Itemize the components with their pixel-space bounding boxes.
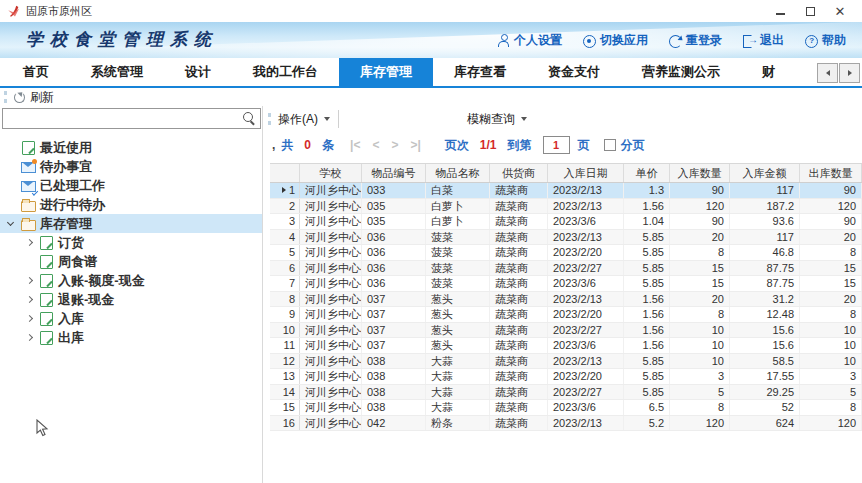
tree-item-库存管理[interactable]: 库存管理 bbox=[0, 214, 262, 233]
cell-入库数量: 90 bbox=[670, 214, 730, 229]
tab-资金支付[interactable]: 资金支付 bbox=[527, 58, 621, 86]
cell-入库数量: 90 bbox=[670, 183, 730, 198]
fuzzy-query-dropdown[interactable]: 模糊查询 bbox=[467, 111, 527, 128]
table-row[interactable]: 8河川乡中心小学037葱头蔬菜商2023/2/131.562031.220 bbox=[270, 292, 862, 308]
table-body: 1河川乡中心小学033白菜蔬菜商2023/2/131.390117902河川乡中… bbox=[270, 183, 862, 431]
tab-财[interactable]: 财 bbox=[741, 58, 796, 86]
operation-dropdown[interactable]: 操作(A) bbox=[278, 111, 330, 128]
table-row[interactable]: 3河川乡中心小学035白萝卜蔬菜商2023/3/61.049093.690 bbox=[270, 214, 862, 230]
tab-系统管理[interactable]: 系统管理 bbox=[70, 58, 164, 86]
cell-单价: 1.56 bbox=[624, 323, 670, 338]
row-number: 6 bbox=[289, 262, 295, 274]
column-header-入库日期[interactable]: 入库日期 bbox=[548, 164, 624, 182]
tree-item-入账-额度-现金[interactable]: 入账-额度-现金 bbox=[0, 271, 262, 290]
table-row[interactable]: 15河川乡中心小学038大蒜蔬菜商2023/3/66.58528 bbox=[270, 400, 862, 416]
tree-item-最近使用[interactable]: 最近使用 bbox=[0, 138, 262, 157]
table-row[interactable]: 6河川乡中心小学036菠菜蔬菜商2023/2/275.851587.7515 bbox=[270, 261, 862, 277]
maximize-button[interactable] bbox=[795, 1, 825, 21]
search-input[interactable] bbox=[3, 112, 243, 126]
close-button[interactable]: ✕ bbox=[825, 1, 855, 21]
table-row[interactable]: 5河川乡中心小学036菠菜蔬菜商2023/2/205.85846.88 bbox=[270, 245, 862, 261]
table-row[interactable]: 7河川乡中心小学036菠菜蔬菜商2023/3/65.851587.7515 bbox=[270, 276, 862, 292]
tree-item-label: 退账-现金 bbox=[58, 291, 114, 309]
row-number: 16 bbox=[283, 417, 295, 429]
tab-scroll-left-button[interactable] bbox=[817, 63, 838, 83]
tree-item-订货[interactable]: 订货 bbox=[0, 233, 262, 252]
cell-物品名称: 大蒜 bbox=[426, 400, 490, 415]
cell-学校: 河川乡中心小学 bbox=[300, 183, 362, 198]
table-row[interactable]: 4河川乡中心小学036菠菜蔬菜商2023/2/135.852011720 bbox=[270, 230, 862, 246]
column-header-单价[interactable]: 单价 bbox=[624, 164, 670, 182]
table-row[interactable]: 14河川乡中心小学038大蒜蔬菜商2023/2/275.85529.255 bbox=[270, 385, 862, 401]
cell-单价: 6.5 bbox=[624, 400, 670, 415]
tree-item-待办事宜[interactable]: 待办事宜 bbox=[0, 157, 262, 176]
pager-nav: |<<>>| bbox=[350, 138, 433, 152]
app-header: 学校食堂管理系统 个人设置切换应用重登录退出帮助 bbox=[0, 22, 862, 58]
chevron-right-icon[interactable] bbox=[24, 294, 36, 306]
refresh-button[interactable]: 刷新 bbox=[14, 89, 54, 106]
last-page-button[interactable]: >| bbox=[410, 138, 420, 152]
table-row[interactable]: 1河川乡中心小学033白菜蔬菜商2023/2/131.39011790 bbox=[270, 183, 862, 199]
tree-item-已处理工作[interactable]: 已处理工作 bbox=[0, 176, 262, 195]
tab-库存查看[interactable]: 库存查看 bbox=[433, 58, 527, 86]
chevron-right-icon[interactable] bbox=[24, 332, 36, 344]
column-header-入库数量[interactable]: 入库数量 bbox=[670, 164, 730, 182]
tree-item-出库[interactable]: 出库 bbox=[0, 328, 262, 347]
tab-库存管理[interactable]: 库存管理 bbox=[339, 58, 433, 86]
tab-scroll-right-button[interactable] bbox=[839, 63, 860, 83]
tree-item-周食谱[interactable]: 周食谱 bbox=[0, 252, 262, 271]
table-row[interactable]: 12河川乡中心小学038大蒜蔬菜商2023/2/135.851058.510 bbox=[270, 354, 862, 370]
chevron-right-icon[interactable] bbox=[24, 313, 36, 325]
doc-edit-icon bbox=[39, 312, 53, 325]
column-header-出库数量[interactable]: 出库数量 bbox=[800, 164, 862, 182]
search-icon[interactable] bbox=[243, 112, 256, 125]
tab-我的工作台[interactable]: 我的工作台 bbox=[232, 58, 339, 86]
table-row[interactable]: 10河川乡中心小学037葱头蔬菜商2023/2/271.561015.610 bbox=[270, 323, 862, 339]
table-header: 学校物品编号物品名称供货商入库日期单价入库数量入库金额出库数量 bbox=[270, 163, 862, 183]
tree-item-label: 已处理工作 bbox=[40, 177, 105, 195]
header-link-个人设置[interactable]: 个人设置 bbox=[497, 32, 562, 49]
cell-入库数量: 120 bbox=[670, 199, 730, 214]
next-page-button[interactable]: > bbox=[391, 138, 398, 152]
right-arrow-icon bbox=[848, 70, 852, 76]
table-row[interactable]: 9河川乡中心小学037葱头蔬菜商2023/2/201.56812.488 bbox=[270, 307, 862, 323]
tab-营养监测公示[interactable]: 营养监测公示 bbox=[621, 58, 741, 86]
minimize-button[interactable] bbox=[765, 1, 795, 21]
first-page-button[interactable]: |< bbox=[350, 138, 360, 152]
exit-icon bbox=[743, 34, 756, 47]
chevron-spacer bbox=[6, 142, 18, 154]
table-row[interactable]: 2河川乡中心小学035白萝卜蔬菜商2023/2/131.56120187.212… bbox=[270, 199, 862, 215]
prev-page-button[interactable]: < bbox=[372, 138, 379, 152]
table-row[interactable]: 13河川乡中心小学038大蒜蔬菜商2023/2/205.85317.553 bbox=[270, 369, 862, 385]
goto-page-input[interactable] bbox=[543, 136, 570, 154]
header-link-重登录[interactable]: 重登录 bbox=[669, 32, 722, 49]
main-content: 最近使用待办事宜已处理工作进行中待办库存管理订货周食谱入账-额度-现金退账-现金… bbox=[0, 106, 862, 483]
chevron-right-icon[interactable] bbox=[24, 275, 36, 287]
tree-item-入库[interactable]: 入库 bbox=[0, 309, 262, 328]
sidebar-tree: 最近使用待办事宜已处理工作进行中待办库存管理订货周食谱入账-额度-现金退账-现金… bbox=[0, 133, 262, 483]
row-number: 2 bbox=[289, 200, 295, 212]
tab-设计[interactable]: 设计 bbox=[164, 58, 232, 86]
cell-入库日期: 2023/2/27 bbox=[548, 261, 624, 276]
cell-出库数量: 10 bbox=[800, 323, 862, 338]
tab-首页[interactable]: 首页 bbox=[2, 58, 70, 86]
cell-入库日期: 2023/2/13 bbox=[548, 416, 624, 431]
tree-item-进行中待办[interactable]: 进行中待办 bbox=[0, 195, 262, 214]
column-header-物品名称[interactable]: 物品名称 bbox=[426, 164, 490, 182]
column-header-学校[interactable]: 学校 bbox=[300, 164, 362, 182]
column-header-供货商[interactable]: 供货商 bbox=[490, 164, 548, 182]
cell-物品编号: 036 bbox=[362, 276, 426, 291]
column-header-物品编号[interactable]: 物品编号 bbox=[362, 164, 426, 182]
chevron-right-icon[interactable] bbox=[24, 237, 36, 249]
column-header-入库金额[interactable]: 入库金额 bbox=[730, 164, 800, 182]
table-row[interactable]: 16河川乡中心小学042粉条蔬菜商2023/2/135.2120624120 bbox=[270, 416, 862, 432]
table-row[interactable]: 11河川乡中心小学037葱头蔬菜商2023/3/61.561015.610 bbox=[270, 338, 862, 354]
cell-物品名称: 粉条 bbox=[426, 416, 490, 431]
chevron-down-icon[interactable] bbox=[6, 218, 18, 230]
paging-checkbox[interactable] bbox=[604, 139, 616, 151]
tree-item-退账-现金[interactable]: 退账-现金 bbox=[0, 290, 262, 309]
header-link-切换应用[interactable]: 切换应用 bbox=[583, 32, 648, 49]
cell-物品编号: 037 bbox=[362, 323, 426, 338]
header-link-帮助[interactable]: 帮助 bbox=[805, 32, 846, 49]
header-link-退出[interactable]: 退出 bbox=[743, 32, 784, 49]
